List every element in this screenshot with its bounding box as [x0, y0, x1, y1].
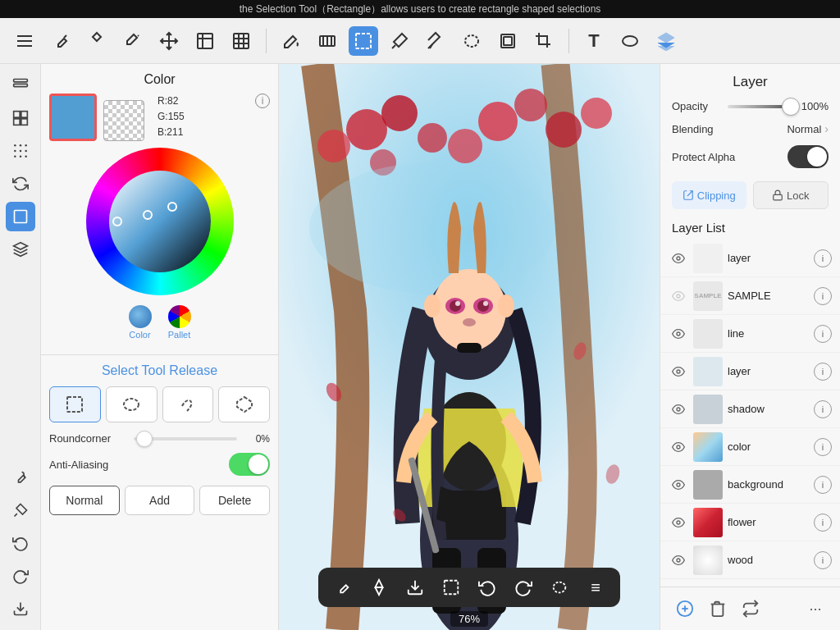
- diamond-tool-button[interactable]: [82, 26, 112, 56]
- layer-eye-1[interactable]: [669, 286, 688, 306]
- protect-alpha-label: Protect Alpha: [672, 151, 788, 163]
- menu-button[interactable]: [10, 26, 39, 56]
- move-layer-btn[interactable]: [737, 596, 764, 622]
- delete-layer-btn[interactable]: [705, 596, 731, 622]
- canvas-select-btn[interactable]: [440, 576, 463, 599]
- roundcorner-track[interactable]: [134, 437, 237, 441]
- add-layer-btn[interactable]: [672, 596, 698, 622]
- layer-eye-2[interactable]: [669, 324, 688, 344]
- canvas-artwork: [279, 64, 660, 630]
- gradient-button[interactable]: [313, 26, 342, 56]
- select-tool-release[interactable]: Release: [169, 363, 217, 377]
- more-layer-btn[interactable]: ···: [802, 596, 829, 622]
- layer-info-4[interactable]: i: [814, 400, 832, 418]
- mode-delete-btn[interactable]: Delete: [199, 486, 270, 515]
- color-wheel-wrapper[interactable]: [86, 148, 234, 295]
- sidebar-redo-btn[interactable]: [6, 561, 35, 591]
- sidebar-undo-btn[interactable]: [6, 528, 35, 558]
- fill-tool-button[interactable]: [118, 26, 148, 56]
- layer-info-0[interactable]: i: [814, 249, 832, 267]
- layers-top-button[interactable]: [651, 26, 681, 56]
- svg-point-83: [677, 370, 680, 373]
- sidebar-eyedrop-btn[interactable]: [6, 495, 35, 525]
- select-freehand-btn[interactable]: [162, 386, 214, 422]
- antialiasing-toggle[interactable]: [229, 453, 270, 476]
- layer-thumb-3: [693, 357, 723, 386]
- sidebar-rotate-btn[interactable]: [6, 169, 35, 199]
- layer-name-7: flower: [728, 516, 814, 528]
- opacity-slider[interactable]: [728, 105, 791, 108]
- layer-eye-0[interactable]: [669, 249, 688, 268]
- layer-info-8[interactable]: i: [814, 551, 832, 569]
- layer-name-0: layer: [728, 252, 814, 264]
- sidebar-layers-panel-btn[interactable]: [6, 235, 35, 264]
- sidebar-layers-btn[interactable]: [6, 71, 35, 100]
- color-wheel-svg[interactable]: [86, 148, 234, 295]
- sidebar-pen-btn[interactable]: [6, 463, 35, 492]
- canvas-lasso-btn[interactable]: [548, 576, 571, 599]
- eyedropper-button[interactable]: [385, 26, 414, 56]
- layer-eye-8[interactable]: [669, 550, 688, 570]
- svg-point-67: [424, 294, 441, 317]
- layer-eye-6[interactable]: [669, 475, 688, 495]
- paint-bucket-button[interactable]: [276, 26, 306, 56]
- canvas-download-btn[interactable]: [404, 576, 427, 599]
- color-info-icon[interactable]: i: [255, 94, 270, 108]
- main-layout: Color R:82 G:155 B:211 i: [0, 64, 840, 630]
- color-b: B:211: [158, 126, 183, 138]
- layer-info-5[interactable]: i: [814, 438, 832, 456]
- layer-info-7[interactable]: i: [814, 514, 832, 532]
- pen-tool-button[interactable]: [46, 26, 75, 56]
- copy-stamp-button[interactable]: [493, 26, 523, 56]
- select-ellipse-btn[interactable]: [106, 386, 158, 422]
- select-rect-btn[interactable]: [49, 386, 101, 422]
- primary-color-swatch[interactable]: [49, 94, 97, 141]
- canvas-area[interactable]: ≡ 76%: [279, 64, 660, 630]
- selection-rect-button[interactable]: [349, 26, 378, 56]
- move-tool-button[interactable]: [154, 26, 184, 56]
- layer-eye-3[interactable]: [669, 362, 688, 381]
- transform-free-button[interactable]: [226, 26, 256, 56]
- lasso-button[interactable]: [457, 26, 486, 56]
- select-pen-button[interactable]: [421, 26, 450, 56]
- sidebar-dotgrid-btn[interactable]: [6, 136, 35, 166]
- color-tab-color[interactable]: Color: [129, 305, 152, 340]
- protect-alpha-toggle[interactable]: [788, 145, 829, 168]
- sidebar-active-tool-btn[interactable]: [6, 202, 35, 231]
- opacity-thumb[interactable]: [782, 98, 800, 116]
- svg-point-64: [455, 301, 460, 306]
- blending-chevron[interactable]: ›: [824, 122, 829, 135]
- ellipse-button[interactable]: [615, 26, 645, 56]
- canvas-undo-btn[interactable]: [476, 576, 499, 599]
- canvas-diamond-btn[interactable]: [368, 576, 390, 599]
- layer-eye-4[interactable]: [669, 399, 688, 419]
- select-polygon-btn[interactable]: [218, 386, 270, 422]
- mode-add-btn[interactable]: Add: [125, 486, 195, 515]
- canvas-menu-btn[interactable]: ≡: [584, 576, 607, 599]
- mode-normal-btn[interactable]: Normal: [49, 486, 120, 515]
- layer-eye-5[interactable]: [669, 437, 688, 457]
- svg-point-40: [124, 399, 139, 410]
- secondary-color-swatch[interactable]: [103, 100, 144, 141]
- svg-rect-39: [67, 397, 82, 412]
- text-button[interactable]: T: [579, 26, 609, 56]
- svg-point-31: [25, 155, 26, 158]
- layer-info-2[interactable]: i: [814, 325, 832, 343]
- tooltip-bar: the Selection Tool（Rectangle）allows user…: [0, 0, 840, 18]
- clipping-button[interactable]: Clipping: [672, 181, 746, 209]
- layer-eye-7[interactable]: [669, 513, 688, 532]
- sidebar-grid-btn[interactable]: [6, 103, 35, 133]
- svg-point-26: [14, 150, 16, 153]
- roundcorner-thumb[interactable]: [136, 431, 153, 447]
- transform-button[interactable]: [190, 26, 220, 56]
- lock-button[interactable]: Lock: [753, 181, 829, 209]
- layer-info-3[interactable]: i: [814, 363, 832, 381]
- canvas-redo-btn[interactable]: [512, 576, 535, 599]
- layer-thumb-6: [693, 470, 723, 500]
- color-tab-pallet[interactable]: Pallet: [168, 305, 191, 340]
- canvas-pen-btn[interactable]: [331, 576, 354, 599]
- layer-info-6[interactable]: i: [814, 476, 832, 494]
- layer-info-1[interactable]: i: [814, 287, 832, 305]
- sidebar-export-btn[interactable]: [6, 594, 35, 623]
- crop-button[interactable]: [529, 26, 559, 56]
